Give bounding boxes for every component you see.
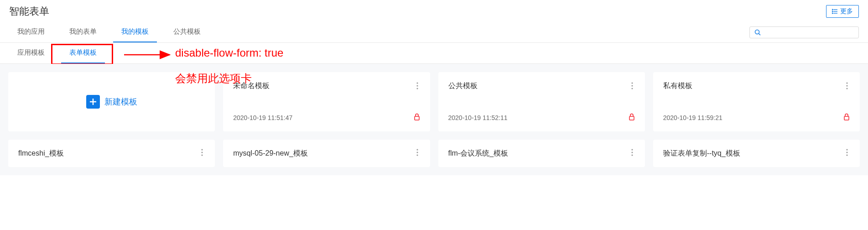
svg-point-32 (631, 154, 633, 156)
svg-point-31 (631, 152, 633, 153)
content-area: 会禁用此选项卡 新建模板 未命名模板 2020-10-19 11:51:47 (0, 64, 868, 175)
vertical-dots-icon (631, 149, 633, 156)
card-title: 未命名模板 (233, 81, 270, 91)
svg-point-6 (755, 30, 759, 34)
svg-point-24 (202, 149, 203, 150)
card-title: flm-会议系统_模板 (448, 149, 509, 158)
card-menu-button[interactable] (199, 148, 205, 159)
svg-point-28 (416, 152, 418, 153)
lock-icon (629, 113, 635, 122)
svg-line-7 (759, 33, 761, 35)
card-title: flmceshi_模板 (18, 149, 64, 158)
card-menu-button[interactable] (844, 81, 850, 92)
vertical-dots-icon (631, 82, 633, 89)
card-title: mysql-05-29-new_模板 (233, 149, 308, 158)
vertical-dots-icon (201, 149, 203, 156)
svg-rect-19 (629, 116, 634, 120)
svg-point-30 (631, 149, 633, 150)
new-template-card[interactable]: 新建模板 (8, 72, 215, 131)
vertical-dots-icon (846, 149, 848, 156)
annotation-text-1: disable-flow-form: true (175, 47, 283, 59)
card-menu-button[interactable] (629, 81, 635, 92)
card-menu-button[interactable] (629, 148, 635, 159)
template-card[interactable]: 私有模板 2020-10-19 11:59:21 (653, 72, 860, 131)
svg-point-22 (846, 88, 847, 89)
page-title: 智能表单 (9, 5, 49, 18)
search-icon (754, 29, 761, 36)
svg-point-17 (631, 85, 633, 86)
search-input[interactable] (764, 29, 854, 36)
lock-icon (843, 113, 850, 122)
svg-point-13 (416, 85, 418, 86)
template-card[interactable]: 验证表单复制--tyq_模板 (653, 140, 860, 167)
svg-point-12 (416, 82, 418, 84)
template-card[interactable]: flmceshi_模板 (8, 140, 215, 167)
card-date: 2020-10-19 11:59:21 (663, 114, 722, 121)
vertical-dots-icon (416, 149, 418, 156)
more-button[interactable]: 更多 (826, 5, 859, 18)
more-label: 更多 (840, 7, 853, 16)
svg-point-29 (416, 154, 418, 156)
plus-icon (86, 95, 100, 109)
template-card[interactable]: 公共模板 2020-10-19 11:52:11 (438, 72, 645, 131)
svg-point-35 (846, 154, 847, 156)
search-wrap (749, 26, 859, 38)
svg-point-14 (416, 88, 418, 89)
tab-public-templates[interactable]: 公共模板 (165, 22, 209, 42)
new-template-label: 新建模板 (104, 96, 137, 107)
list-icon (832, 8, 838, 15)
tab-my-templates[interactable]: 我的模板 (113, 22, 157, 42)
tab-my-apps[interactable]: 我的应用 (9, 22, 53, 42)
svg-point-34 (846, 152, 847, 153)
svg-rect-23 (844, 116, 849, 120)
card-title: 公共模板 (448, 81, 478, 91)
svg-point-18 (631, 88, 633, 89)
svg-point-5 (832, 13, 833, 14)
card-grid: 新建模板 未命名模板 2020-10-19 11:51:47 公共模板 (8, 72, 860, 167)
template-card[interactable]: 未命名模板 2020-10-19 11:51:47 (223, 72, 430, 131)
card-menu-button[interactable] (415, 81, 420, 92)
svg-rect-15 (415, 116, 419, 120)
card-menu-button[interactable] (415, 148, 420, 159)
annotation-arrow-icon (124, 49, 174, 60)
main-tabs: 我的应用 我的表单 我的模板 公共模板 (0, 22, 868, 43)
card-date: 2020-10-19 11:51:47 (233, 114, 292, 121)
svg-point-21 (846, 85, 847, 86)
card-title: 私有模板 (663, 81, 692, 91)
svg-point-26 (202, 154, 203, 156)
template-card[interactable]: mysql-05-29-new_模板 (223, 140, 430, 167)
subtab-form-templates[interactable]: 表单模板 (61, 43, 105, 63)
template-card[interactable]: flm-会议系统_模板 (438, 140, 645, 167)
svg-point-16 (631, 82, 633, 84)
sub-tabs: 应用模板 表单模板 disable-flow-form: true (0, 43, 868, 64)
card-menu-button[interactable] (844, 148, 850, 159)
vertical-dots-icon (846, 82, 848, 89)
card-date: 2020-10-19 11:52:11 (448, 114, 508, 121)
subtab-app-templates[interactable]: 应用模板 (9, 43, 53, 63)
svg-point-3 (832, 9, 833, 10)
vertical-dots-icon (416, 82, 418, 89)
new-template-button[interactable]: 新建模板 (86, 95, 137, 109)
tab-my-forms[interactable]: 我的表单 (61, 22, 105, 42)
lock-icon (414, 113, 420, 122)
svg-point-25 (202, 152, 203, 153)
svg-point-33 (846, 149, 847, 150)
card-title: 验证表单复制--tyq_模板 (663, 149, 740, 158)
svg-point-27 (416, 149, 418, 150)
header-bar: 智能表单 更多 (0, 0, 868, 22)
svg-point-4 (832, 11, 833, 12)
svg-point-20 (846, 82, 847, 84)
